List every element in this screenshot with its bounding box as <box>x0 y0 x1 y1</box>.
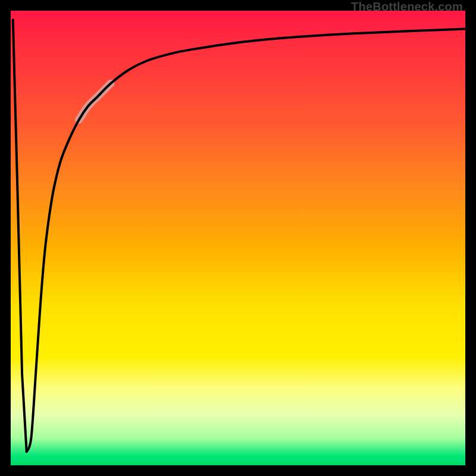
frame-border-right <box>465 0 476 476</box>
curve-left-drop <box>13 20 27 452</box>
chart-container: TheBottleneck.com <box>0 0 476 476</box>
frame-border-left <box>0 0 11 476</box>
curve-layer <box>11 11 465 465</box>
plot-area <box>11 11 465 465</box>
watermark-text: TheBottleneck.com <box>351 0 463 14</box>
frame-border-bottom <box>0 465 476 476</box>
curve-main <box>27 29 465 452</box>
